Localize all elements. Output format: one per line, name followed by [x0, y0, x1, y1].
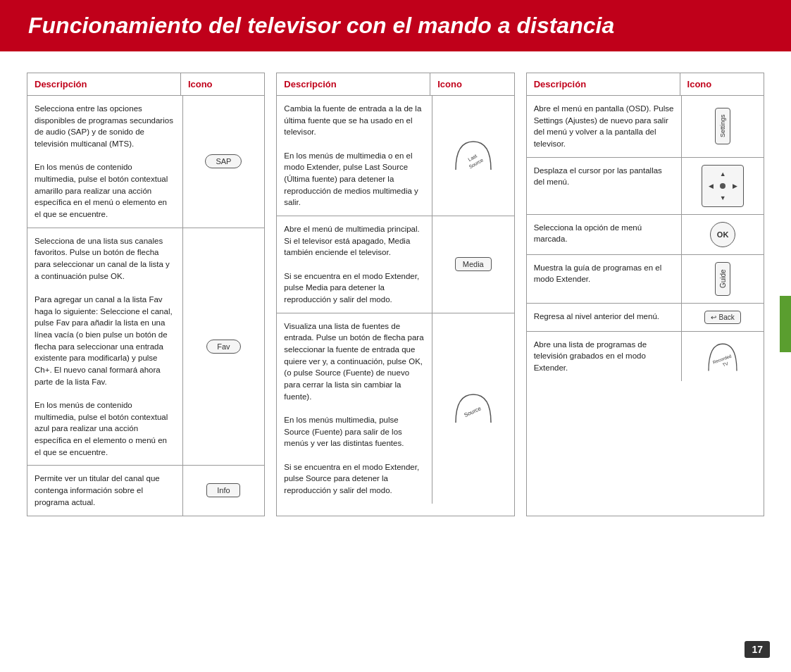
svg-text:TV: TV: [722, 361, 730, 368]
desc-sap: Selecciona entre las opciones disponible…: [27, 96, 183, 228]
icon-guide: Guide: [682, 255, 764, 303]
desc-ok: Selecciona la opción de menú marcada.: [527, 215, 683, 254]
guide-button-icon: Guide: [715, 262, 730, 296]
info-button-icon: Info: [206, 483, 240, 497]
desc-recorded-tv: Abre una lista de programas de televisió…: [527, 332, 683, 381]
icon-media: Media: [432, 216, 514, 313]
sap-button-icon: SAP: [205, 154, 242, 168]
media-button-icon: Media: [455, 257, 492, 271]
col1-icon-header: Icono: [181, 73, 264, 95]
recorded-tv-icon: Recorded TV: [702, 339, 744, 374]
table-row: Visualiza una lista de fuentes de entrad…: [277, 313, 513, 504]
settings-button-icon: Settings: [715, 108, 730, 144]
last-source-icon: Last Source: [452, 138, 494, 173]
green-tab: [780, 296, 791, 352]
desc-guide: Muestra la guía de programas en el modo …: [527, 255, 683, 303]
icon-sap: SAP: [183, 96, 265, 228]
icon-source: Source: [432, 313, 514, 504]
nav-center-dot: [717, 180, 728, 192]
table-row: Cambia la fuente de entrada a la de la ú…: [277, 96, 513, 216]
fav-button-icon: Fav: [206, 340, 240, 354]
table-row: Abre una lista de programas de televisió…: [527, 332, 764, 381]
col2-icon-header: Icono: [430, 73, 513, 95]
ok-button-icon: OK: [710, 222, 735, 247]
column-3: Descripción Icono Abre el menú en pantal…: [526, 73, 764, 516]
col3-header: Descripción Icono: [527, 73, 764, 96]
page-header: Funcionamiento del televisor con el mand…: [0, 0, 791, 51]
table-row: Muestra la guía de programas en el modo …: [527, 255, 764, 304]
table-row: Selecciona la opción de menú marcada. OK: [527, 215, 764, 255]
column-1: Descripción Icono Selecciona entre las o…: [27, 73, 265, 516]
col1-desc-header: Descripción: [27, 73, 181, 95]
main-content: Descripción Icono Selecciona entre las o…: [0, 73, 791, 516]
desc-last-source: Cambia la fuente de entrada a la de la ú…: [277, 96, 432, 216]
col3-desc-header: Descripción: [527, 73, 680, 95]
page-title: Funcionamiento del televisor con el mand…: [28, 13, 763, 39]
table-row: Selecciona entre las opciones disponible…: [27, 96, 264, 228]
nav-left-arrow: ◀: [705, 180, 716, 192]
icon-back: ↩ Back: [682, 304, 764, 331]
icon-settings: Settings: [682, 96, 764, 157]
source-icon: Source: [452, 391, 494, 426]
desc-back: Regresa al nivel anterior del menú.: [527, 304, 683, 331]
desc-fav: Selecciona de una lista sus canales favo…: [27, 228, 183, 466]
icon-info: Info: [183, 466, 265, 515]
col2-header: Descripción Icono: [277, 73, 513, 96]
nav-down-arrow: ▼: [717, 192, 728, 204]
table-row: Abre el menú de multimedia principal. Si…: [277, 216, 513, 313]
table-row: Abre el menú en pantalla (OSD). Pulse Se…: [527, 96, 764, 158]
col3-icon-header: Icono: [680, 73, 764, 95]
nav-up-arrow: ▲: [717, 168, 728, 180]
page-number: 17: [745, 641, 770, 658]
desc-source: Visualiza una lista de fuentes de entrad…: [277, 313, 432, 504]
back-button-icon: ↩ Back: [704, 311, 740, 324]
col1-header: Descripción Icono: [27, 73, 264, 96]
nav-right-arrow: ▶: [729, 180, 740, 192]
desc-nav: Desplaza el cursor por las pantallas del…: [527, 158, 683, 214]
icon-fav: Fav: [183, 228, 265, 466]
icon-nav: ▲ ◀ ▶ ▼: [682, 158, 764, 214]
desc-settings: Abre el menú en pantalla (OSD). Pulse Se…: [527, 96, 683, 157]
table-row: Desplaza el cursor por las pantallas del…: [527, 158, 764, 215]
col2-desc-header: Descripción: [277, 73, 430, 95]
desc-info: Permite ver un titular del canal que con…: [27, 466, 183, 515]
icon-ok: OK: [682, 215, 764, 254]
icon-last-source: Last Source: [432, 96, 514, 216]
table-row: Regresa al nivel anterior del menú. ↩ Ba…: [527, 304, 764, 332]
column-2: Descripción Icono Cambia la fuente de en…: [276, 73, 514, 516]
icon-recorded-tv: Recorded TV: [682, 332, 764, 381]
nav-pad-icon: ▲ ◀ ▶ ▼: [702, 165, 744, 207]
table-row: Selecciona de una lista sus canales favo…: [27, 228, 264, 466]
desc-media: Abre el menú de multimedia principal. Si…: [277, 216, 432, 313]
table-row: Permite ver un titular del canal que con…: [27, 466, 264, 515]
svg-text:Source: Source: [463, 405, 482, 418]
